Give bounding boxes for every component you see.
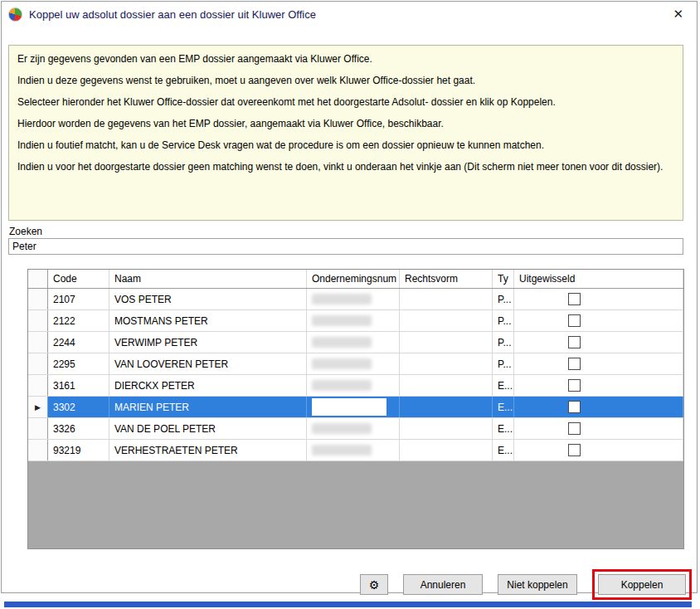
uitgewisseld-checkbox[interactable] <box>568 444 581 456</box>
dossier-grid: CodeNaamOndernemingsnumRechtsvormTyUitge… <box>27 269 684 549</box>
uitgewisseld-checkbox[interactable] <box>568 336 581 348</box>
cell-ondernemingsnummer <box>307 353 400 374</box>
cell-type: P... <box>493 353 514 374</box>
cell-code: 2295 <box>48 353 109 374</box>
column-header[interactable]: Ondernemingsnum <box>307 270 400 288</box>
info-paragraph: Er zijn gegevens gevonden van een EMP do… <box>17 53 674 66</box>
cell-naam: VERHESTRAETEN PETER <box>109 440 307 460</box>
uitgewisseld-checkbox[interactable] <box>568 422 581 435</box>
table-row[interactable]: 2122MOSTMANS PETERP... <box>28 310 683 332</box>
close-icon[interactable]: ✕ <box>666 5 690 23</box>
search-label: Zoeken <box>9 226 42 237</box>
niet-koppelen-button[interactable]: Niet koppelen <box>498 574 577 595</box>
cell-rechtsvorm <box>400 353 493 374</box>
cell-uitgewisseld <box>514 418 683 439</box>
column-header[interactable]: Code <box>48 270 109 288</box>
table-row[interactable]: 3326VAN DE POEL PETERE... <box>28 418 683 440</box>
table-body: 2107VOS PETERP...2122MOSTMANS PETERP...2… <box>28 289 683 461</box>
cell-type: P... <box>493 289 514 309</box>
uitgewisseld-checkbox[interactable] <box>568 293 581 305</box>
cell-ondernemingsnummer <box>307 375 400 396</box>
cell-uitgewisseld <box>514 289 683 309</box>
row-selector-header <box>28 270 48 288</box>
column-header[interactable]: Rechtsvorm <box>400 270 493 288</box>
column-header[interactable]: Uitgewisseld <box>514 270 683 288</box>
titlebar: Koppel uw adsolut dossier aan een dossie… <box>2 2 697 27</box>
cell-rechtsvorm <box>400 332 493 353</box>
row-selector <box>28 375 48 396</box>
footer-buttons: ⚙ Annuleren Niet koppelen Koppelen <box>2 569 692 600</box>
table-row[interactable]: 2244VERWIMP PETERP... <box>28 332 683 353</box>
cell-ondernemingsnummer <box>307 332 400 353</box>
uitgewisseld-checkbox[interactable] <box>568 358 581 370</box>
koppelen-button[interactable]: Koppelen <box>598 574 686 595</box>
redacted-value <box>312 445 372 456</box>
cell-naam: VERWIMP PETER <box>109 332 307 353</box>
cell-uitgewisseld <box>514 375 683 396</box>
column-header[interactable]: Ty <box>493 270 514 288</box>
row-selector <box>28 310 48 331</box>
uitgewisseld-checkbox[interactable] <box>568 314 581 327</box>
table-header: CodeNaamOndernemingsnumRechtsvormTyUitge… <box>28 270 683 289</box>
cell-uitgewisseld <box>514 310 683 331</box>
column-header[interactable]: Naam <box>109 270 307 288</box>
cell-uitgewisseld <box>514 332 683 353</box>
table-row[interactable]: 2107VOS PETERP... <box>28 289 683 310</box>
cell-code: 93219 <box>48 440 109 460</box>
redacted-value <box>312 358 372 369</box>
cell-rechtsvorm <box>400 397 493 417</box>
table-row[interactable]: 93219VERHESTRAETEN PETERE... <box>28 440 683 461</box>
row-selector <box>28 440 48 460</box>
cell-uitgewisseld <box>514 397 683 417</box>
cell-type: E... <box>493 375 514 396</box>
row-selector: ▶ <box>28 397 48 417</box>
cell-naam: MOSTMANS PETER <box>109 310 307 331</box>
redacted-value <box>312 423 372 434</box>
cell-naam: VOS PETER <box>109 289 307 309</box>
cell-code: 3302 <box>48 397 109 417</box>
info-paragraph: Selecteer hieronder het Kluwer Office-do… <box>17 96 674 109</box>
info-paragraph: Indien u foutief matcht, kan u de Servic… <box>17 139 674 152</box>
cell-type: E... <box>493 418 514 439</box>
redacted-value <box>312 398 386 416</box>
cell-uitgewisseld <box>514 353 683 374</box>
redacted-value <box>312 315 372 326</box>
table-row[interactable]: 2295VAN LOOVEREN PETERP... <box>28 353 683 375</box>
table-row[interactable]: 3161DIERCKX PETERE... <box>28 375 683 397</box>
cell-code: 2122 <box>48 310 109 331</box>
cell-rechtsvorm <box>400 289 493 309</box>
annotation-highlight: Koppelen <box>592 569 692 600</box>
cell-rechtsvorm <box>400 310 493 331</box>
cell-ondernemingsnummer <box>307 440 400 460</box>
cell-type: E... <box>493 440 514 460</box>
cell-naam: VAN LOOVEREN PETER <box>109 353 307 374</box>
annuleren-button[interactable]: Annuleren <box>403 574 483 595</box>
cell-uitgewisseld <box>514 440 683 460</box>
info-paragraph: Hierdoor worden de gegevens van het EMP … <box>17 118 674 130</box>
table-row[interactable]: ▶3302MARIEN PETERE... <box>28 397 683 418</box>
cell-code: 3326 <box>48 418 109 439</box>
cell-type: P... <box>493 332 514 353</box>
cell-type: P... <box>493 310 514 331</box>
cell-rechtsvorm <box>400 440 493 460</box>
redacted-value <box>312 294 372 304</box>
row-selector <box>28 289 48 309</box>
cell-naam: VAN DE POEL PETER <box>109 418 307 439</box>
search-input[interactable] <box>8 238 683 255</box>
cell-rechtsvorm <box>400 418 493 439</box>
uitgewisseld-checkbox[interactable] <box>568 379 581 392</box>
redacted-value <box>312 337 372 348</box>
settings-button[interactable]: ⚙ <box>360 574 388 595</box>
cell-code: 2107 <box>48 289 109 309</box>
gear-icon: ⚙ <box>369 578 380 592</box>
row-selector <box>28 332 48 353</box>
link-dossier-dialog: Koppel uw adsolut dossier aan een dossie… <box>1 1 698 593</box>
info-paragraph: Indien u voor het doorgestarte dossier g… <box>17 161 674 173</box>
info-box: Er zijn gegevens gevonden van een EMP do… <box>8 45 683 221</box>
cell-ondernemingsnummer <box>307 289 400 309</box>
cell-code: 3161 <box>48 375 109 396</box>
cell-ondernemingsnummer <box>307 310 400 331</box>
uitgewisseld-checkbox[interactable] <box>568 401 581 413</box>
cell-naam: MARIEN PETER <box>109 397 307 417</box>
cell-ondernemingsnummer <box>307 418 400 439</box>
